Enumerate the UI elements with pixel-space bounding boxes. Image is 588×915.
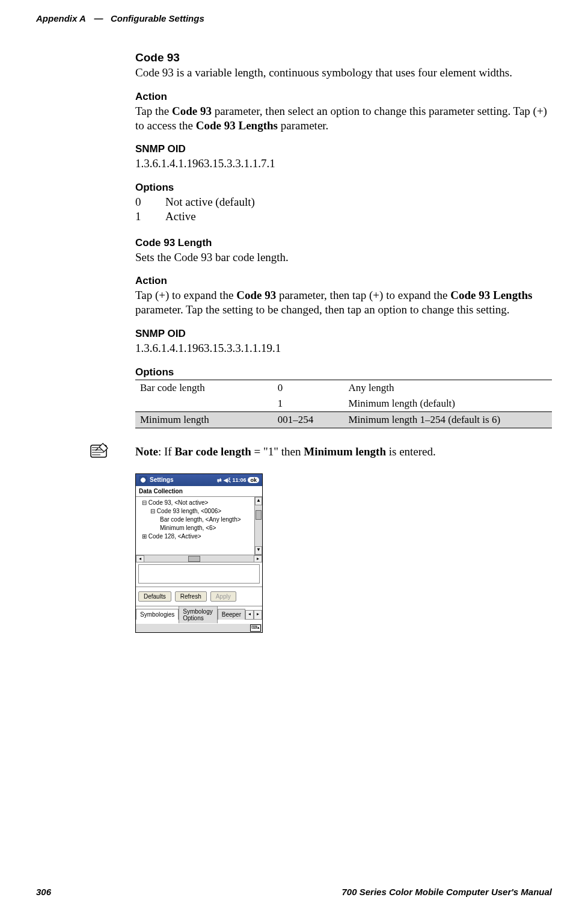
note-block: Note: If Bar code length = "1" then Mini… — [135, 445, 552, 458]
keyboard-icon[interactable]: ⌨▴ — [250, 624, 261, 632]
start-icon[interactable] — [139, 476, 147, 484]
code93len-desc: Sets the Code 93 bar code length. — [135, 250, 552, 265]
note-icon — [86, 443, 110, 461]
code93len-heading: Code 93 Length — [135, 237, 552, 249]
page-footer: 306 700 Series Color Mobile Computer Use… — [36, 887, 552, 897]
table-row: Minimum length 001–254 Minimum length 1–… — [135, 411, 552, 428]
code93-action-heading: Action — [135, 91, 552, 103]
scroll-right-button[interactable]: ▸ — [254, 555, 262, 562]
tree-item[interactable]: ⊟ Code 93 length, <0006> — [137, 507, 261, 516]
pda-titlebar: Settings ⇄ ◀ξ 11:06 ok — [136, 474, 262, 486]
pda-bottombar: ⌨▴ — [136, 624, 262, 632]
book-title: 700 Series Color Mobile Computer User's … — [342, 887, 553, 897]
tab-scroll-right-button[interactable]: ▸ — [254, 610, 262, 620]
ok-button[interactable]: ok — [248, 477, 259, 483]
code93-heading: Code 93 — [135, 51, 552, 64]
scroll-thumb[interactable] — [256, 510, 262, 520]
code93-snmp-value: 1.3.6.1.4.1.1963.15.3.3.1.1.7.1 — [135, 156, 552, 171]
scroll-up-button[interactable]: ▲ — [255, 497, 262, 505]
pda-screenshot: Settings ⇄ ◀ξ 11:06 ok Data Collection ⊟… — [135, 473, 263, 633]
connectivity-icon[interactable]: ⇄ — [217, 477, 222, 483]
tree-item[interactable]: Bar code length, <Any length> — [137, 516, 261, 524]
appendix-label: Appendix A — [36, 13, 85, 23]
code93-desc: Code 93 is a variable length, continuous… — [135, 66, 552, 80]
page-number: 306 — [36, 887, 51, 897]
code93len-snmp-heading: SNMP OID — [135, 328, 552, 340]
defaults-button[interactable]: Defaults — [138, 591, 171, 602]
clock-time: 11:06 — [232, 477, 246, 483]
tree-item[interactable]: ⊞ Code 128, <Active> — [137, 532, 261, 541]
code93-snmp-heading: SNMP OID — [135, 143, 552, 155]
note-text: Note: If Bar code length = "1" then Mini… — [135, 445, 552, 458]
dash: — — [94, 13, 103, 23]
table-row: Bar code length 0 Any length — [135, 380, 552, 396]
options-table: Bar code length 0 Any length 1 Minimum l… — [135, 380, 552, 428]
tree-item[interactable]: Minimum length, <6> — [137, 524, 261, 532]
code93len-action-text: Tap (+) to expand the Code 93 parameter,… — [135, 288, 552, 317]
pda-preview-area — [136, 562, 262, 587]
code93-option-row: 1Active — [135, 209, 552, 224]
scroll-down-button[interactable]: ▼ — [255, 546, 262, 555]
code93-options-heading: Options — [135, 182, 552, 194]
tree-item[interactable]: ⊟ Code 93, <Not active> — [137, 499, 261, 507]
refresh-button[interactable]: Refresh — [175, 591, 207, 602]
tab-symbology-options[interactable]: Symbology Options — [179, 606, 217, 623]
horizontal-scrollbar[interactable]: ◂ ▸ — [136, 555, 262, 562]
section-title: Configurable Settings — [111, 13, 204, 23]
tab-beeper[interactable]: Beeper — [218, 609, 245, 620]
tab-symbologies[interactable]: Symbologies — [136, 609, 179, 620]
scroll-left-button[interactable]: ◂ — [136, 555, 144, 562]
code93-option-row: 0Not active (default) — [135, 195, 552, 209]
code93len-options-heading: Options — [135, 366, 552, 378]
scroll-thumb[interactable] — [188, 556, 200, 562]
code93len-snmp-value: 1.3.6.1.4.1.1963.15.3.3.1.1.19.1 — [135, 341, 552, 356]
code93len-action-heading: Action — [135, 275, 552, 287]
vertical-scrollbar[interactable]: ▲ ▼ — [254, 497, 262, 555]
pda-tree[interactable]: ⊟ Code 93, <Not active> ⊟ Code 93 length… — [136, 497, 262, 555]
pda-app-title: Data Collection — [136, 486, 262, 497]
pda-title: Settings — [150, 476, 173, 483]
pda-tabs: Symbologies Symbology Options Beeper ◂ ▸ — [136, 606, 262, 624]
page-content: Code 93 Code 93 is a variable length, co… — [135, 51, 552, 633]
tab-scroll-left-button[interactable]: ◂ — [245, 610, 254, 620]
page-header: Appendix A — Configurable Settings — [36, 13, 552, 23]
code93-action-text: Tap the Code 93 parameter, then select a… — [135, 104, 552, 133]
speaker-icon[interactable]: ◀ξ — [224, 477, 230, 483]
apply-button[interactable]: Apply — [210, 591, 236, 602]
